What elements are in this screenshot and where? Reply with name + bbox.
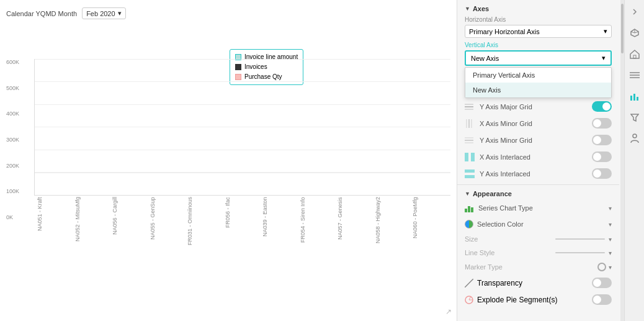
x-label-10: NA058 - Highway2 — [375, 197, 411, 245]
line-style-slider[interactable] — [555, 252, 605, 253]
x-label-1: NA051 - Kraft — [37, 197, 73, 245]
horizontal-axis-value: Primary Horizontal Axis — [469, 28, 540, 35]
dropdown-option-primary-vertical[interactable]: Primary Vertical Axis — [465, 68, 611, 83]
expand-icon[interactable] — [628, 5, 642, 19]
line-style-arrow[interactable]: ▾ — [609, 250, 612, 256]
size-arrow[interactable]: ▾ — [609, 236, 612, 243]
toggle-x-interlaced: X Axis Interlaced — [457, 148, 619, 165]
marker-type-icon — [597, 263, 606, 271]
y-major-grid-toggle[interactable] — [592, 101, 612, 112]
axes-title: Axes — [473, 5, 489, 12]
x-minor-grid-thumb — [593, 119, 601, 127]
toggle-x-minor-grid: X Axis Minor Grid — [457, 115, 619, 132]
x-label-5: FR031 - Omniinous — [187, 197, 223, 245]
y-interlaced-toggle[interactable] — [592, 168, 612, 179]
y-major-grid-thumb — [602, 102, 610, 111]
y-label-400k: 400K — [6, 111, 32, 117]
x-label-2: NA052 - MitsuMfg — [74, 197, 110, 245]
y-label-500k: 500K — [6, 85, 32, 91]
size-label: Size — [465, 235, 478, 243]
resize-handle[interactable]: ↗ — [445, 307, 452, 316]
explode-pie-icon — [465, 296, 473, 304]
transparency-row: Transparency — [457, 274, 619, 291]
scrollbar-track[interactable] — [620, 0, 624, 321]
selection-color-icon — [465, 220, 473, 228]
svg-marker-21 — [630, 50, 639, 58]
appearance-triangle: ▼ — [465, 191, 470, 197]
date-value: Feb 2020 — [86, 10, 115, 17]
svg-line-13 — [465, 279, 473, 287]
selection-color-row: Selection Color ▾ — [457, 216, 619, 232]
y-interlaced-thumb — [593, 170, 601, 178]
x-minor-grid-toggle[interactable] — [592, 118, 612, 129]
y-interlaced-label: Y Axis Interlaced — [480, 170, 530, 178]
vertical-axis-dropdown: Primary Vertical Axis New Axis — [465, 67, 612, 98]
right-panel: ▼ Axes Horizontal Axis Primary Horizonta… — [457, 0, 624, 321]
x-interlaced-toggle[interactable] — [592, 151, 612, 162]
horizontal-axis-container: Horizontal Axis Primary Horizontal Axis … — [457, 15, 619, 39]
axes-section-header: ▼ Axes — [457, 0, 619, 15]
svg-rect-10 — [471, 153, 475, 161]
x-label-6: FR056 - Ifac — [225, 197, 261, 245]
y-axis: 0K 100K 200K 300K 400K 500K 600K — [6, 59, 34, 245]
toggle-y-interlaced: Y Axis Interlaced — [457, 165, 619, 182]
vertical-axis-select[interactable]: New Axis ▾ — [465, 50, 612, 66]
selection-color-label: Selection Color — [477, 220, 524, 228]
svg-line-19 — [631, 32, 635, 33]
cube-icon[interactable] — [628, 26, 642, 40]
bar-chart-icon[interactable] — [628, 89, 642, 103]
y-minor-grid-toggle[interactable] — [592, 135, 612, 145]
person-icon[interactable] — [628, 132, 642, 145]
horizontal-axis-label: Horizontal Axis — [465, 16, 612, 23]
size-slider[interactable] — [555, 238, 605, 240]
line-style-row: Line Style ▾ — [457, 246, 619, 260]
transparency-label: Transparency — [477, 279, 522, 287]
horizontal-axis-select[interactable]: Primary Horizontal Axis ▾ — [465, 25, 612, 38]
scrollbar-thumb[interactable] — [621, 4, 624, 53]
bar-chart — [34, 59, 450, 196]
y-label-100k: 100K — [6, 188, 32, 194]
x-minor-grid-label: X Axis Minor Grid — [480, 120, 532, 127]
y-major-grid-icon — [465, 102, 475, 111]
vertical-axis-label: Vertical Axis — [465, 42, 612, 48]
svg-line-20 — [635, 32, 638, 33]
x-label-11: NA060 - PoeMfg — [412, 197, 448, 245]
explode-pie-toggle[interactable] — [592, 294, 612, 305]
x-label-3: NA056 - Cargill — [112, 197, 148, 245]
series-chart-type-row: Series Chart Type ▾ — [457, 200, 619, 216]
appearance-section: ▼ Appearance Series Chart Type ▾ — [457, 184, 619, 308]
chart-header: Calendar YQMD Month Feb 2020 ▾ — [0, 5, 457, 22]
appearance-title: Appearance — [473, 190, 512, 197]
y-interlaced-icon — [465, 170, 475, 178]
series-chart-type-arrow[interactable]: ▾ — [609, 205, 612, 212]
svg-rect-12 — [465, 175, 475, 178]
explode-pie-row: Explode Pie Segment(s) — [457, 291, 619, 308]
marker-type-arrow[interactable]: ▾ — [609, 264, 612, 271]
transparency-toggle[interactable] — [592, 278, 612, 288]
toggle-y-minor-grid: Y Axis Minor Grid — [457, 132, 619, 148]
axes-triangle: ▼ — [465, 6, 470, 12]
vertical-axis-arrow: ▾ — [602, 54, 606, 62]
list-icon[interactable] — [628, 68, 642, 82]
y-label-300k: 300K — [6, 137, 32, 143]
marker-type-row: Marker Type ▾ — [457, 260, 619, 274]
x-minor-grid-icon — [465, 119, 475, 128]
x-axis: NA051 - Kraft NA052 - MitsuMfg NA056 - C… — [34, 196, 450, 245]
date-selector[interactable]: Feb 2020 ▾ — [82, 7, 125, 19]
transparency-icon — [465, 279, 473, 287]
marker-type-label: Marker Type — [465, 263, 503, 271]
selection-color-arrow[interactable]: ▾ — [609, 221, 612, 228]
appearance-header: ▼ Appearance — [457, 185, 619, 200]
x-label-9: NA057 - Genesis — [337, 197, 373, 245]
y-label-0k: 0K — [6, 214, 32, 220]
x-label-8: FR054 - Siren Info — [300, 197, 336, 245]
explode-pie-thumb — [593, 296, 601, 304]
x-interlaced-icon — [465, 153, 475, 161]
line-style-container: ▾ — [555, 250, 612, 256]
filter-icon[interactable] — [628, 111, 642, 124]
chart-type-icon — [465, 204, 475, 212]
dropdown-option-new-axis[interactable]: New Axis — [465, 83, 611, 97]
svg-rect-27 — [633, 94, 635, 101]
home-icon[interactable] — [628, 47, 642, 61]
y-minor-grid-thumb — [593, 136, 601, 144]
